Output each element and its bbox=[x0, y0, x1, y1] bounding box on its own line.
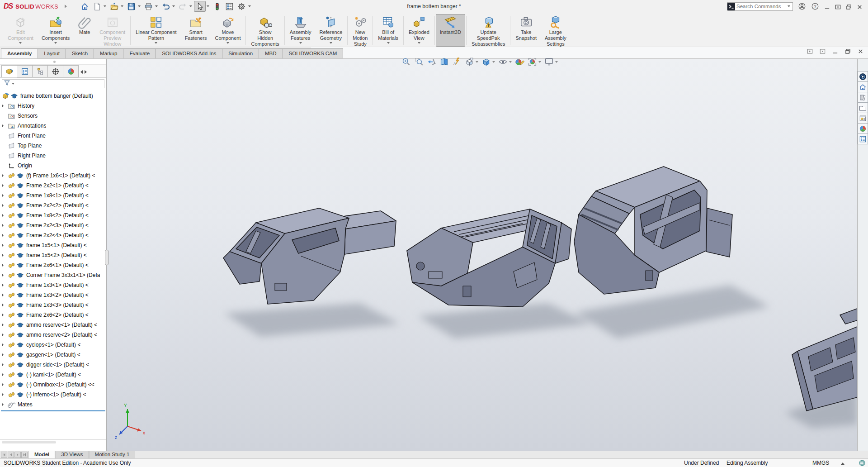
redo-button[interactable] bbox=[177, 1, 189, 12]
ribbon-exploded-view-button[interactable]: ExplodedView bbox=[405, 14, 434, 47]
expand-arrow-icon[interactable] bbox=[2, 383, 8, 386]
save-dropdown-caret[interactable] bbox=[138, 5, 141, 7]
tree-item[interactable]: Sensors bbox=[0, 111, 106, 121]
expand-arrow-icon[interactable] bbox=[2, 204, 8, 207]
tree-item[interactable]: digger side<1> (Default) < bbox=[0, 360, 106, 370]
search-dropdown-caret[interactable] bbox=[788, 5, 790, 7]
gear-button[interactable] bbox=[236, 1, 247, 12]
taskpane-custom-properties-button[interactable] bbox=[858, 133, 868, 144]
ribbon-insert-components-button[interactable]: InsertComponents bbox=[38, 14, 74, 47]
ribbon-new-motion-study-button[interactable]: NewMotionStudy bbox=[349, 14, 372, 47]
expand-arrow-icon[interactable] bbox=[2, 243, 8, 247]
bottom-tab-model[interactable]: Model bbox=[28, 451, 55, 458]
tab-solidworks-add-ins[interactable]: SOLIDWORKS Add-Ins bbox=[156, 48, 222, 58]
home-button[interactable] bbox=[79, 1, 90, 12]
tab-sketch[interactable]: Sketch bbox=[66, 48, 94, 58]
panel-tabs-scroll-left-icon[interactable] bbox=[80, 70, 83, 74]
minimize-button[interactable] bbox=[824, 4, 830, 10]
tab-assembly[interactable]: Assembly bbox=[1, 48, 38, 58]
tree-item[interactable]: (-) kami<1> (Default) < bbox=[0, 370, 106, 380]
open-button[interactable] bbox=[108, 1, 120, 12]
tree-item[interactable]: Frame 1x3<3> (Default) < bbox=[0, 300, 106, 310]
view-orientation-button[interactable] bbox=[465, 57, 478, 67]
tab-solidworks-cam[interactable]: SOLIDWORKS CAM bbox=[283, 48, 344, 58]
graphics-viewport[interactable]: A bbox=[107, 59, 857, 451]
gear-dropdown-caret[interactable] bbox=[248, 5, 251, 7]
view-settings-dropdown-caret[interactable] bbox=[555, 61, 558, 63]
linear-pattern-dropdown-caret[interactable] bbox=[155, 42, 157, 44]
hide-show-items-dropdown-caret[interactable] bbox=[509, 61, 512, 63]
win-restore-icon[interactable] bbox=[845, 48, 851, 56]
expand-arrow-icon[interactable] bbox=[2, 214, 8, 217]
exploded-view-dropdown-caret[interactable] bbox=[418, 42, 420, 44]
redo-dropdown-caret[interactable] bbox=[189, 5, 192, 7]
pane-left-icon[interactable] bbox=[807, 48, 813, 56]
expand-arrow-icon[interactable] bbox=[2, 234, 8, 237]
save-button[interactable] bbox=[125, 1, 137, 12]
view-settings-button[interactable] bbox=[544, 57, 558, 67]
reference-geometry-dropdown-caret[interactable] bbox=[330, 42, 332, 44]
expand-arrow-icon[interactable] bbox=[2, 353, 8, 357]
open-dropdown-caret[interactable] bbox=[121, 5, 123, 7]
edit-component-dropdown-caret[interactable] bbox=[19, 42, 22, 44]
tree-item[interactable]: frame 1x5<2> (Default) < bbox=[0, 250, 106, 260]
print-button[interactable] bbox=[142, 1, 154, 12]
expand-arrow-icon[interactable] bbox=[2, 373, 8, 376]
panel-tab-configuration-manager[interactable] bbox=[32, 65, 48, 77]
tree-item[interactable]: ammo reserve<2> (Default) < bbox=[0, 330, 106, 340]
tree-item[interactable]: Frame 2x2<2> (Default) < bbox=[0, 200, 106, 210]
rebuild-button[interactable] bbox=[211, 1, 223, 12]
expand-arrow-icon[interactable] bbox=[2, 313, 8, 317]
panel-resize-grip[interactable] bbox=[105, 250, 108, 265]
account-icon[interactable] bbox=[798, 2, 806, 10]
tree-item[interactable]: Mates bbox=[0, 400, 106, 410]
tree-item[interactable]: (f) Frame 1x6<1> (Default) < bbox=[0, 171, 106, 181]
expand-arrow-icon[interactable] bbox=[2, 273, 8, 277]
new-doc-dropdown-caret[interactable] bbox=[104, 5, 106, 7]
model-truck-left[interactable] bbox=[223, 208, 396, 304]
options-list-button[interactable] bbox=[223, 1, 235, 12]
undo-button[interactable] bbox=[160, 1, 171, 12]
units-dropdown-caret[interactable] bbox=[841, 462, 844, 465]
panel-tab-property-manager[interactable] bbox=[17, 65, 33, 77]
ribbon-update-speedpak-button[interactable]: UpdateSpeedPakSubassemblies bbox=[467, 14, 509, 47]
win-min-icon[interactable] bbox=[832, 48, 838, 56]
annotation-visibility-button[interactable]: A bbox=[452, 57, 462, 67]
tree-item[interactable]: Right Plane bbox=[0, 151, 106, 161]
tree-item[interactable]: Frame 2x6<2> (Default) < bbox=[0, 310, 106, 320]
ribbon-mate-button[interactable]: Mate bbox=[74, 14, 95, 47]
expand-arrow-icon[interactable] bbox=[2, 174, 8, 177]
restore-button[interactable] bbox=[846, 4, 852, 10]
nav-first-button[interactable] bbox=[1, 452, 7, 458]
close-button[interactable] bbox=[857, 4, 863, 10]
model-truck-middle[interactable] bbox=[407, 209, 571, 307]
tree-item[interactable]: (-) Omnibox<1> (Default) << bbox=[0, 380, 106, 390]
tree-item[interactable]: Frame 2x2<3> (Default) < bbox=[0, 220, 106, 230]
taskpane-design-library-button[interactable] bbox=[858, 92, 868, 103]
taskpane-sw-resources-button[interactable] bbox=[858, 71, 868, 82]
new-doc-button[interactable] bbox=[91, 1, 103, 12]
ribbon-move-component-button[interactable]: MoveComponent bbox=[211, 14, 245, 47]
cursor-dropdown-caret[interactable] bbox=[207, 5, 209, 7]
zoom-area-button[interactable] bbox=[414, 57, 424, 67]
expand-arrow-icon[interactable] bbox=[2, 393, 8, 396]
taskpane-appearances-button[interactable] bbox=[858, 123, 868, 134]
expand-arrow-icon[interactable] bbox=[2, 363, 8, 367]
tab-simulation[interactable]: Simulation bbox=[222, 48, 259, 58]
tree-item[interactable]: History bbox=[0, 101, 106, 111]
ribbon-instant3d-button[interactable]: Instant3D bbox=[436, 14, 465, 47]
tree-item[interactable]: Corner Frame 3x3x1<1> (Defa bbox=[0, 270, 106, 280]
tree-item[interactable]: Frame 1x3<2> (Default) < bbox=[0, 290, 106, 300]
units-selector[interactable]: MMGS bbox=[812, 460, 829, 466]
tree-item[interactable]: Front Plane bbox=[0, 131, 106, 141]
ribbon-show-hidden-button[interactable]: ShowHiddenComponents bbox=[247, 14, 283, 47]
tree-item[interactable]: Origin bbox=[0, 161, 106, 171]
tree-horizontal-scrollbar[interactable] bbox=[0, 439, 106, 444]
expand-arrow-icon[interactable] bbox=[2, 104, 8, 108]
tab-markup[interactable]: Markup bbox=[94, 48, 123, 58]
ribbon-smart-fasteners-button[interactable]: SmartFasteners bbox=[181, 14, 211, 47]
pane-right-icon[interactable] bbox=[820, 48, 826, 56]
search-commands-input[interactable] bbox=[735, 4, 787, 9]
display-style-button[interactable] bbox=[481, 57, 495, 67]
ribbon-bom-button[interactable]: Bill ofMaterials bbox=[374, 14, 402, 47]
